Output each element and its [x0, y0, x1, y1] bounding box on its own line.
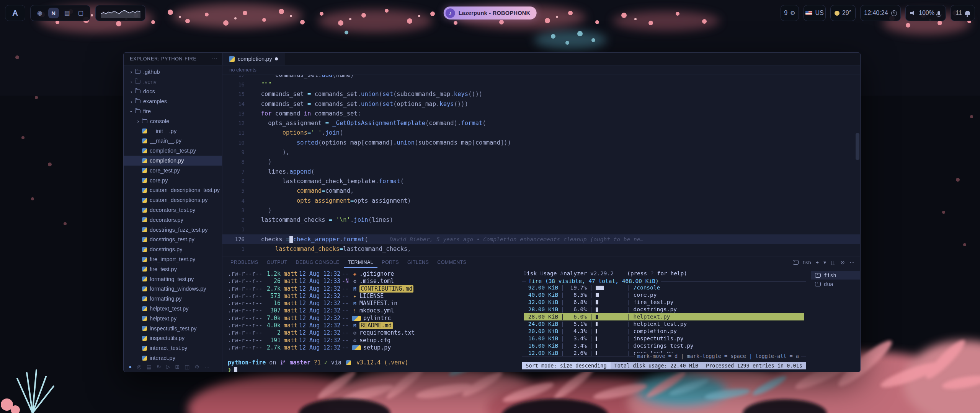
dua-row[interactable]: 28.00 KiB|6.0%||docstrings.py — [524, 306, 804, 313]
profile-dropdown-icon[interactable]: ▾ — [823, 259, 826, 265]
tree-item-docstrings_test.py[interactable]: docstrings_test.py — [124, 235, 222, 245]
breadcrumb[interactable]: no elements — [222, 65, 860, 75]
settings-icon[interactable]: ⚙ — [194, 364, 199, 370]
tree-item-custom_descriptions.py[interactable]: custom_descriptions.py — [124, 195, 222, 205]
yaml-file-icon: ! — [350, 307, 359, 314]
launcher-button[interactable]: A — [5, 5, 25, 21]
tab-completion-py[interactable]: completion.py — [222, 53, 284, 65]
explorer-more-icon[interactable]: ⋯ — [212, 55, 218, 62]
tree-item-completion.py[interactable]: completion.py — [124, 156, 222, 166]
prompt-chevron: ❯ — [228, 366, 231, 372]
code-token: set — [382, 91, 393, 98]
scrollbar-thumb[interactable] — [856, 133, 859, 160]
panel-tab-gitlens[interactable]: GITLENS — [403, 257, 433, 268]
tree-item-docstrings_fuzz_test.py[interactable]: docstrings_fuzz_test.py — [124, 225, 222, 235]
editor-scrollbar[interactable] — [856, 75, 859, 257]
panel-tab-output[interactable]: OUTPUT — [263, 257, 292, 268]
tree-item-fire_import_test.py[interactable]: fire_import_test.py — [124, 254, 222, 264]
dua-row[interactable]: 32.00 KiB|6.8%||fire_test.py — [524, 299, 804, 306]
more-actions-icon[interactable]: ⋯ — [849, 259, 855, 265]
tree-item-fire[interactable]: ›fire — [124, 106, 222, 116]
tree-item-core.py[interactable]: core.py — [124, 176, 222, 185]
modified-dot-icon[interactable] — [275, 57, 278, 60]
more-icon[interactable]: ⋯ — [204, 364, 210, 370]
dua-row[interactable]: 40.00 KiB|8.5%||core.py — [524, 291, 804, 299]
dua-row[interactable]: 28.00 KiB|6.0%||helptext.py — [524, 313, 804, 320]
folder-icon — [135, 99, 140, 103]
tree-item-interact.py[interactable]: interact.py — [124, 353, 222, 362]
entry-usage-bar — [596, 307, 624, 312]
workspace-icon-4[interactable]: ▢ — [75, 8, 86, 18]
workspace-icon-2[interactable]: N — [48, 8, 59, 18]
tree-item-formatting_windows.py[interactable]: formatting_windows.py — [124, 284, 222, 294]
tree-item-fire_test.py[interactable]: fire_test.py — [124, 264, 222, 274]
weather-module[interactable]: 29° — [830, 5, 856, 21]
terminal-tab-dua[interactable]: dua — [811, 280, 860, 288]
tree-item-docs[interactable]: ›docs — [124, 87, 222, 97]
tree-item-docstrings.py[interactable]: docstrings.py — [124, 244, 222, 254]
panel-tabs: PROBLEMSOUTPUTDEBUG CONSOLETERMINALPORTS… — [222, 257, 860, 268]
code-token: union — [397, 139, 415, 146]
dua-row[interactable]: 20.00 KiB|4.3%||completion.py — [524, 328, 804, 335]
dua-row[interactable]: 24.00 KiB|5.1%||helptext_test.py — [524, 320, 804, 328]
dua-row[interactable]: 16.00 KiB|3.4%||inspectutils.py — [524, 335, 804, 342]
panel-tab-problems[interactable]: PROBLEMS — [226, 257, 263, 268]
kill-terminal-icon[interactable]: ⊘ — [840, 259, 845, 265]
tree-item-helptext.py[interactable]: helptext.py — [124, 314, 222, 324]
dua-row[interactable]: 16.00 KiB|3.4%||docstrings_test.py — [524, 342, 804, 350]
tree-item-__init__.py[interactable]: __init__.py — [124, 126, 222, 136]
tree-item-decorators_test.py[interactable]: decorators_test.py — [124, 205, 222, 215]
dua-row[interactable]: 92.00 KiB|19.7%||/console — [524, 284, 804, 291]
music-player-widget[interactable]: ♪ Lazerpunk - ROBOPHONK — [444, 7, 537, 20]
tree-item-.github[interactable]: ›.github — [124, 67, 222, 77]
workspace-icon-3[interactable]: ▤ — [62, 8, 72, 18]
tree-item-.venv[interactable]: ›.venv — [124, 77, 222, 87]
tree-item-helptext_test.py[interactable]: helptext_test.py — [124, 304, 222, 314]
notifications-module[interactable]: 11 — [951, 5, 975, 21]
git-status: -- — [342, 315, 350, 322]
remote-icon[interactable]: ◫ — [185, 364, 189, 370]
tree-item-decorators.py[interactable]: decorators.py — [124, 215, 222, 225]
panel-tab-comments[interactable]: COMMENTS — [433, 257, 470, 268]
panel-tab-terminal[interactable]: TERMINAL — [344, 257, 377, 268]
tree-item-console[interactable]: ›console — [124, 116, 222, 126]
tree-item-examples[interactable]: ›examples — [124, 96, 222, 106]
volume-module[interactable]: 100% — [905, 5, 946, 21]
accounts-icon[interactable]: ● — [129, 364, 132, 370]
tree-item-formatting.py[interactable]: formatting.py — [124, 294, 222, 304]
run-debug-icon[interactable]: ▷ — [166, 364, 170, 370]
tree-item-custom_descriptions_test.py[interactable]: custom_descriptions_test.py — [124, 185, 222, 195]
extensions-icon[interactable]: ⊞ — [175, 364, 180, 370]
code-token: lastcommand_check_template — [254, 178, 375, 185]
tree-item-core_test.py[interactable]: core_test.py — [124, 166, 222, 176]
tree-item-formatting_test.py[interactable]: formatting_test.py — [124, 274, 222, 284]
dua-pane[interactable]: Disk Usage Analyzer v2.29.2 (press ? for… — [519, 268, 811, 372]
keyboard-layout-module[interactable]: US — [804, 5, 826, 21]
dua-header-part: nalyzer — [564, 270, 590, 276]
new-terminal-icon[interactable]: + — [816, 259, 819, 265]
code-token: lastcommand_checks — [343, 246, 407, 252]
file-name: formatting_windows.py — [150, 286, 206, 292]
updates-module[interactable]: 9 ⚙ — [781, 5, 799, 21]
panel-tab-ports[interactable]: PORTS — [377, 257, 403, 268]
panel-tab-debug-console[interactable]: DEBUG CONSOLE — [291, 257, 343, 268]
workspace-icon-1[interactable]: ◉ — [34, 8, 45, 18]
code-editor[interactable]: 17 commands_set.add(name)16 """15 comman… — [222, 75, 860, 257]
clock-module[interactable]: 12:40:24 — [860, 5, 901, 21]
tree-item-inspectutils.py[interactable]: inspectutils.py — [124, 333, 222, 343]
source-control-icon[interactable]: ↻ — [157, 364, 161, 370]
tree-item-inspectutils_test.py[interactable]: inspectutils_test.py — [124, 324, 222, 333]
system-graph-widget[interactable] — [95, 5, 145, 21]
split-terminal-icon[interactable]: ◫ — [831, 259, 836, 265]
tree-item-completion_test.py[interactable]: completion_test.py — [124, 146, 222, 156]
explorer-icon[interactable]: ▤ — [147, 364, 152, 370]
entry-usage-bar — [596, 322, 624, 327]
terminal-output[interactable]: .rw-r--r--1.2kmatt12 Aug 12:32--◈.gitign… — [222, 268, 519, 372]
microphone-icon — [938, 11, 940, 15]
tree-item-__main__.py[interactable]: __main__.py — [124, 136, 222, 146]
code-text: commands_set = commands_set.union(set(op… — [254, 101, 468, 107]
search-icon[interactable]: ◎ — [137, 364, 141, 370]
code-token: . — [286, 168, 289, 175]
tree-item-interact_test.py[interactable]: interact_test.py — [124, 343, 222, 353]
terminal-tab-fish[interactable]: fish — [811, 271, 860, 280]
